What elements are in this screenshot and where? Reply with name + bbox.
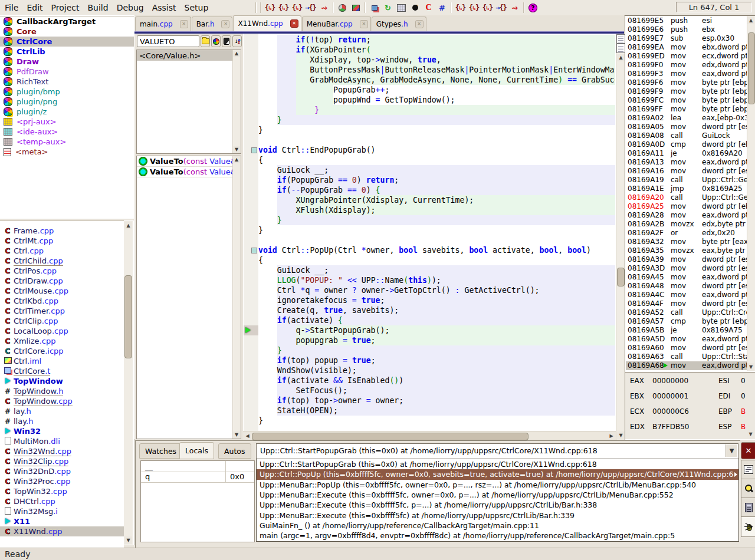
locals-table[interactable]: __q0x0 (140, 460, 255, 542)
function-fold-marker[interactable] (251, 147, 257, 153)
combo-dropdown-button[interactable]: ▼ (726, 444, 737, 457)
menu-edit[interactable]: Edit (22, 1, 47, 15)
file-item-CtrlMt-cpp[interactable]: CCtrlMt.cpp (0, 236, 124, 246)
editor-topbar-icon2[interactable] (616, 44, 625, 53)
package-item-RichText[interactable]: RichText (0, 77, 134, 87)
menu-file[interactable]: File (1, 1, 22, 15)
assist-scope-scrollbar[interactable]: ▲ ▼ (232, 50, 241, 153)
file-item-Ctrl-cpp[interactable]: CCtrl.cpp (0, 246, 124, 256)
stack-frame-row[interactable]: Upp::Ctrl::StartPopupGrab (this=0x0) at … (257, 459, 738, 469)
scroll-up-button[interactable]: ▲ (233, 50, 240, 57)
disassembly-list[interactable]: 081699E5pushesi081699E6pushebx081699E7su… (626, 17, 747, 371)
assist-scope-list[interactable]: <Core/Value.h> ▲ ▼ (136, 50, 241, 154)
tab-close-button[interactable]: ✕ (221, 20, 229, 28)
locals-row[interactable]: __ (141, 461, 254, 472)
disasm-row[interactable]: 081699F6movbyte ptr [ebp-0x1c],cl (626, 78, 747, 87)
disasm-row[interactable]: 081699E5pushesi (626, 17, 747, 25)
menu-debug[interactable]: Debug (113, 1, 148, 15)
code-editor[interactable]: if(!top) return; if(XGrabPointer( Xdispl… (243, 34, 616, 431)
file-scroll-thumb[interactable] (124, 275, 132, 358)
file-list-scrollbar[interactable]: ▲▼ (124, 221, 133, 545)
panel-button-search[interactable] (741, 479, 755, 498)
copy-position-icon[interactable] (369, 3, 379, 13)
file-scroll-down[interactable]: ▼ (124, 536, 132, 544)
file-item-CtrlPos-cpp[interactable]: CCtrlPos.cpp (0, 266, 124, 276)
file-item-Frame-cpp[interactable]: CFrame.cpp (0, 226, 124, 236)
disasm-row[interactable]: 08169A3Dmovdword ptr [esp+0x4],ebx (626, 264, 747, 273)
browse-symbols-icon[interactable] (337, 3, 347, 13)
disasm-row[interactable]: 08169A08callGuiLock (626, 131, 747, 140)
file-item-MultiMon-dli[interactable]: MultiMon.dli (0, 436, 124, 446)
package-item-Core[interactable]: Core (0, 27, 134, 37)
package-item--meta-[interactable]: <meta> (0, 147, 134, 157)
debug-step-instruction-icon[interactable]: ⇝ (319, 3, 329, 13)
file-item-CtrlClip-cpp[interactable]: CCtrlClip.cpp (0, 316, 124, 326)
debug-step-into-icon[interactable]: {↳} (265, 3, 275, 13)
file-item-CtrlChild-cpp[interactable]: CCtrlChild.cpp (0, 256, 124, 266)
bottom-tab-watches[interactable]: Watches (139, 443, 182, 459)
help-icon[interactable]: ? (528, 3, 538, 13)
disasm-row[interactable]: 081699F9movbyte ptr [ebp-0x20],dl (626, 87, 747, 96)
package-item-PdfDraw[interactable]: PdfDraw (0, 67, 134, 77)
editor-topbar-icon1[interactable] (616, 34, 625, 44)
editor-scroll-right[interactable]: ▶ (608, 432, 615, 440)
menu-assist[interactable]: Assist (148, 1, 180, 15)
debug-step-into-icon[interactable]: {↳} (455, 3, 465, 13)
menu-setup[interactable]: Setup (180, 1, 213, 15)
disasm-row[interactable]: 08169A02leaeax,[ebp-0x38] (626, 114, 747, 123)
stack-frame-row[interactable]: Upp::MenuBar::Execute (this=0xbffff5fc, … (257, 500, 738, 510)
assist-button-contrast[interactable] (222, 35, 231, 47)
preprocess-hash-icon[interactable]: # (437, 3, 447, 13)
file-item-CtrlTimer-cpp[interactable]: CCtrlTimer.cpp (0, 306, 124, 316)
disasm-row[interactable]: 081699E7subesp,0x30 (626, 34, 747, 43)
package-item-plugin-z[interactable]: plugin/z (0, 107, 134, 117)
stack-frame-row[interactable]: Upp::MenuBar::PopUp (this=0xbffff5fc, ow… (257, 480, 738, 490)
sync-files-icon[interactable]: ↻ (383, 3, 393, 13)
file-item-CtrlDraw-cpp[interactable]: CCtrlDraw.cpp (0, 276, 124, 286)
assist-item[interactable]: ValueTo(const Value& (137, 167, 241, 177)
panel-button-console[interactable] (741, 460, 755, 479)
debug-run-to-cursor-icon[interactable]: →{} (306, 3, 316, 13)
disasm-row[interactable]: 081699F3moveax,dword ptr [ebp+0x14] (626, 70, 747, 78)
scroll-down-button[interactable]: ▼ (233, 146, 240, 153)
debug-step-out-icon[interactable]: {↳} (482, 3, 493, 13)
assist-scope-item[interactable]: <Core/Value.h> (137, 50, 241, 61)
disasm-row[interactable]: 081699F0movedx,dword ptr [ebp+0x10] (626, 61, 747, 70)
tab-close-button[interactable]: ✕ (180, 20, 188, 28)
assist-search-input[interactable] (137, 35, 199, 47)
panel-button-calculator[interactable] (741, 498, 755, 517)
assist-button-sort-az[interactable]: ↓az (232, 35, 242, 47)
file-item-Win32Wnd-cpp[interactable]: CWin32Wnd.cpp (0, 446, 124, 456)
disasm-row[interactable]: 08169A2Bmovzxedx,byte ptr [eax+0x54] (626, 220, 747, 229)
file-scroll-up[interactable]: ▲ (124, 222, 132, 229)
package-item--ide-aux-[interactable]: <ide-aux> (0, 127, 134, 137)
disasm-row[interactable]: 08169A13moveax,dword ptr [ebx] (626, 158, 747, 167)
bottom-tab-autos[interactable]: Autos (218, 443, 251, 459)
debug-run-to-cursor-icon[interactable]: →{} (496, 3, 506, 13)
callstack-combo[interactable]: Upp::Ctrl::StartPopupGrab (this=0x0) at … (256, 443, 738, 459)
disasm-row[interactable]: 081699EAmovebx,dword ptr [ebp+0x8] (626, 43, 747, 52)
file-item-CtrlKbd-cpp[interactable]: CCtrlKbd.cpp (0, 296, 124, 306)
debug-step-over-icon[interactable]: {↳} (278, 3, 288, 13)
editor-scroll-up[interactable]: ▲ (617, 54, 625, 61)
panel-button-close[interactable]: ✕ (741, 442, 755, 459)
file-item-CtrlMouse-cpp[interactable]: CCtrlMouse.cpp (0, 286, 124, 296)
file-item-Win32DnD-cpp[interactable]: CWin32DnD.cpp (0, 466, 124, 476)
file-item-LocalLoop-cpp[interactable]: CLocalLoop.cpp (0, 326, 124, 336)
disasm-row[interactable]: 081699E6pushebx (626, 25, 747, 34)
disasm-row[interactable]: 08169A20callUpp::Ctrl::GetActiveCtrl() (626, 193, 747, 202)
disasm-row[interactable]: 08169A48movdword ptr [esp],eax (626, 282, 747, 291)
package-item--temp-aux-[interactable]: <temp-aux> (0, 137, 134, 147)
file-item-lay-h[interactable]: #lay.h (0, 406, 124, 416)
scroll-down-button[interactable]: ▼ (233, 431, 240, 439)
disasm-row[interactable]: 081699FFmovbyte ptr [ebp-0x28],bl (626, 105, 747, 114)
disasm-row[interactable]: 08169A0Dcmpdword ptr [ebx+0x44],0x0 (626, 140, 747, 149)
disasm-scroll-thumb[interactable] (748, 32, 755, 104)
disasm-row[interactable]: 08169A68moveax,dword ptr [ebp+0x8] (626, 361, 747, 370)
file-item-X11Wnd-cpp[interactable]: CX11Wnd.cpp (0, 526, 124, 536)
stack-frame-row[interactable]: main (argc=1, argv=0xbffff8d4, envptr=0x… (257, 531, 738, 541)
file-item-TopWindow-h[interactable]: #TopWindow.h (0, 386, 124, 396)
disasm-row[interactable]: 08169A63callUpp::Ctrl::StartPopupGrab() (626, 353, 747, 361)
build-package-icon[interactable] (351, 3, 361, 13)
callstack-dropdown[interactable]: Upp::Ctrl::StartPopupGrab (this=0x0) at … (256, 459, 739, 542)
